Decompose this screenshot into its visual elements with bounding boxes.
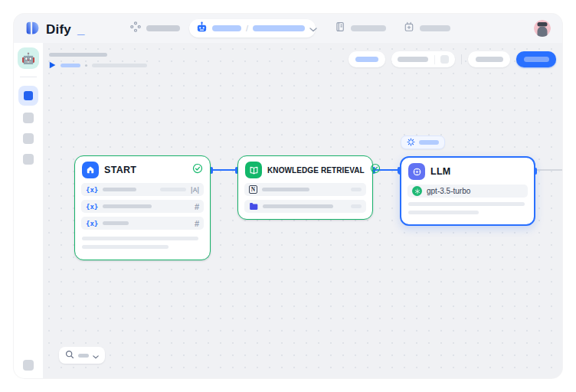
node-start-header: START	[75, 156, 210, 183]
sidebar-item-active[interactable]	[18, 86, 38, 106]
node-desc-skeleton	[408, 211, 479, 214]
variable-type: |A|	[191, 186, 199, 194]
dify-logo-icon	[25, 20, 41, 39]
bot-icon	[196, 21, 208, 36]
sidebar-app-icon[interactable]: 🤖	[18, 47, 39, 69]
dataset-meta-skeleton	[351, 188, 362, 191]
dot-separator	[85, 64, 87, 67]
preview-button[interactable]	[392, 51, 434, 67]
variable-type: #	[195, 202, 199, 211]
node-title: KNOWLEDGE RETRIEVAL	[267, 166, 365, 175]
node-desc-skeleton	[82, 245, 169, 249]
book-icon	[335, 21, 345, 35]
workflow-name-skeleton	[253, 25, 305, 31]
variable-row: {x} #	[81, 217, 204, 230]
workflow-canvas[interactable]: START {x} |A| {x} #	[43, 43, 562, 378]
variable-value-skeleton	[160, 188, 186, 191]
docs-button[interactable]	[335, 23, 386, 34]
chevron-down-icon	[309, 21, 317, 35]
variable-name-skeleton	[103, 221, 129, 225]
dataset-name-skeleton	[263, 204, 333, 208]
variable-icon: {x}	[86, 203, 98, 211]
dataset-name-skeleton	[262, 188, 309, 191]
features-label-skeleton	[355, 57, 378, 62]
check-circle-icon	[192, 163, 203, 177]
node-input-handle[interactable]	[398, 168, 401, 175]
node-llm-header: LLM	[401, 158, 534, 185]
sidebar-item-bottom[interactable]	[23, 360, 34, 371]
sidebar-item-3[interactable]	[23, 133, 34, 144]
zoom-icon	[65, 348, 74, 362]
check-circle-icon	[370, 163, 381, 177]
node-start[interactable]: START {x} |A| {x} #	[74, 155, 211, 260]
run-btn-label-skeleton	[476, 57, 503, 62]
sidebar-divider	[20, 77, 37, 77]
top-header: Dify_ /	[14, 14, 562, 43]
chevron-down-icon	[93, 348, 99, 362]
spinner-icon	[407, 136, 415, 149]
node-output-handle[interactable]	[534, 168, 537, 175]
features-button[interactable]	[349, 51, 385, 67]
notion-icon: N	[249, 185, 257, 194]
model-row: gpt-3.5-turbo	[407, 185, 528, 198]
dataset-row: N	[244, 183, 366, 196]
home-icon	[82, 162, 99, 178]
new-label-skeleton	[420, 25, 450, 31]
logo-accent: _	[77, 21, 84, 38]
node-kr-header: KNOWLEDGE RETRIEVAL	[238, 156, 372, 183]
model-name: gpt-3.5-turbo	[427, 187, 470, 195]
app-window: Dify_ /	[14, 14, 562, 378]
preview-split-button[interactable]	[391, 51, 455, 67]
node-desc-skeleton	[82, 237, 198, 240]
run-meta-skeleton	[92, 64, 147, 67]
variable-name-skeleton	[103, 204, 152, 208]
dataset-row	[244, 200, 366, 213]
new-app-button[interactable]	[404, 23, 450, 34]
canvas-toolbar	[349, 51, 556, 67]
active-item-icon	[24, 91, 33, 100]
play-icon[interactable]	[49, 58, 56, 72]
user-avatar[interactable]	[534, 20, 551, 37]
sidebar-item-2[interactable]	[23, 113, 34, 123]
toolbar-divider	[461, 54, 462, 64]
publish-button[interactable]	[516, 51, 556, 67]
variable-name-skeleton	[103, 188, 136, 191]
preview-label-skeleton	[398, 57, 428, 62]
node-llm[interactable]: LLM gpt-3.5-turbo	[400, 156, 535, 226]
preview-more-button[interactable]	[435, 51, 455, 67]
node-desc-skeleton	[408, 202, 525, 206]
node-title: LLM	[430, 166, 527, 177]
run-status-row	[49, 61, 147, 69]
variable-icon: {x}	[86, 220, 98, 227]
app-emoji: 🤖	[21, 52, 34, 64]
dify-logo: Dify_	[25, 20, 84, 39]
variable-row: {x} #	[81, 200, 204, 213]
workspace-menu[interactable]	[130, 23, 180, 34]
orchestrate-icon	[130, 21, 141, 35]
left-sidebar: 🤖	[14, 43, 43, 378]
zoom-level-skeleton	[78, 354, 89, 358]
logo-text: Dify	[46, 21, 71, 38]
run-label-skeleton	[61, 64, 80, 67]
workspace-label-skeleton	[146, 25, 180, 31]
app-name-skeleton	[212, 25, 241, 31]
folder-icon	[249, 202, 258, 211]
status-label-skeleton	[419, 140, 439, 145]
variable-row: {x} |A|	[81, 183, 204, 196]
docs-label-skeleton	[351, 25, 386, 31]
run-button[interactable]	[468, 51, 510, 67]
zoom-control[interactable]	[59, 347, 105, 364]
breadcrumb-separator: /	[246, 24, 248, 33]
app-switcher[interactable]: /	[189, 19, 316, 38]
publish-label-skeleton	[524, 57, 549, 62]
openai-icon	[412, 186, 422, 196]
node-knowledge-retrieval[interactable]: KNOWLEDGE RETRIEVAL N	[237, 155, 373, 220]
variable-type: #	[195, 219, 199, 228]
more-icon	[440, 55, 449, 64]
edge-start-to-kr	[211, 169, 237, 171]
variable-icon: {x}	[86, 186, 98, 194]
plus-box-icon	[404, 21, 414, 35]
sidebar-item-4[interactable]	[23, 154, 34, 165]
node-title: START	[104, 165, 187, 175]
running-status-badge	[401, 136, 445, 149]
